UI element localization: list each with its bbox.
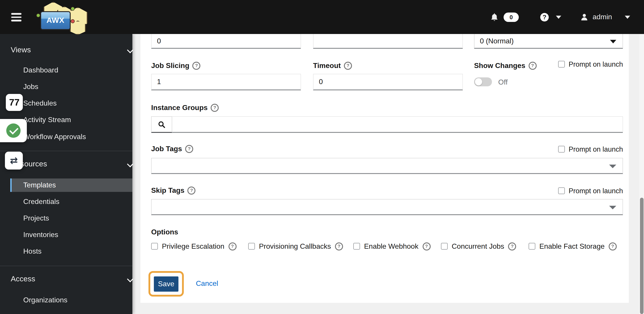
- job-tags-label: Job Tags: [151, 145, 193, 153]
- success-check-overlay: [0, 119, 27, 142]
- help-circle-icon[interactable]: [422, 242, 430, 250]
- verbosity-select[interactable]: 0 (Normal): [474, 34, 623, 49]
- swap-arrows-overlay: ⇄: [5, 152, 23, 170]
- vertical-scrollbar-track[interactable]: [639, 34, 644, 314]
- option-provisioning-callbacks: Provisioning Callbacks: [248, 242, 343, 250]
- user-icon[interactable]: [580, 13, 588, 21]
- help-circle-icon[interactable]: [188, 186, 196, 194]
- sidebar-item-organizations[interactable]: Organizations: [0, 292, 156, 308]
- help-circle-icon[interactable]: [228, 242, 236, 250]
- option-privilege-escalation: Privilege Escalation: [151, 242, 236, 250]
- success-check-icon: [6, 124, 20, 138]
- timeout-label: Timeout: [313, 62, 352, 70]
- prompt-checkbox[interactable]: [558, 188, 564, 194]
- caret-down-icon: [609, 206, 616, 209]
- username-label[interactable]: admin: [592, 13, 612, 21]
- green-dot: [36, 14, 40, 18]
- skip-tags-label: Skip Tags: [151, 186, 196, 194]
- concurrent-jobs-checkbox[interactable]: [441, 243, 448, 250]
- chevron-down-icon: [127, 47, 133, 53]
- awx-app: AWX 0 ? admin Views Dashboard Jobs Sched: [0, 0, 644, 314]
- sidebar-item-jobs[interactable]: Jobs: [0, 79, 156, 95]
- save-button[interactable]: Save: [154, 276, 178, 292]
- help-circle-icon[interactable]: [192, 62, 200, 70]
- job-tags-select[interactable]: [151, 158, 623, 174]
- sidebar-section-views[interactable]: Views: [0, 42, 143, 58]
- prompt-checkbox[interactable]: [558, 61, 564, 68]
- sidebar-item-schedules[interactable]: Schedules: [0, 95, 156, 112]
- prompt-checkbox[interactable]: [558, 146, 564, 152]
- logo-text: AWX: [46, 16, 64, 25]
- skip-tags-select[interactable]: [151, 199, 623, 215]
- prompt-on-launch-option: Prompt on launch: [558, 187, 623, 194]
- help-icon[interactable]: ?: [540, 13, 549, 21]
- prompt-on-launch-option: Prompt on launch: [558, 60, 623, 68]
- help-circle-icon[interactable]: [335, 242, 343, 250]
- help-circle-icon[interactable]: [508, 242, 516, 250]
- sidebar-item-credentials[interactable]: Credentials: [0, 194, 156, 210]
- show-changes-label: Show Changes: [474, 62, 536, 70]
- sidebar-divider: [0, 266, 132, 266]
- awx-logo: AWX: [36, 1, 92, 33]
- awx-monitor-badge: AWX: [40, 11, 71, 30]
- chevron-down-icon: [127, 276, 133, 282]
- sidebar-item-templates[interactable]: Templates: [10, 178, 132, 192]
- notification-count-badge[interactable]: 0: [504, 12, 519, 22]
- top-navbar: AWX 0 ? admin: [0, 0, 644, 34]
- option-concurrent-jobs: Concurrent Jobs: [441, 242, 516, 250]
- help-circle-icon[interactable]: [185, 145, 193, 153]
- show-changes-toggle[interactable]: [474, 78, 492, 86]
- bell-icon[interactable]: [490, 12, 499, 22]
- vertical-scrollbar-thumb[interactable]: [640, 198, 643, 314]
- help-caret-down-icon[interactable]: [556, 16, 561, 18]
- swap-arrows-icon: ⇄: [10, 155, 18, 166]
- help-circle-icon[interactable]: [528, 62, 536, 70]
- instance-groups-input[interactable]: [172, 116, 623, 133]
- help-circle-icon[interactable]: [609, 242, 617, 250]
- sidebar-item-projects[interactable]: Projects: [0, 210, 156, 226]
- option-enable-webhook: Enable Webhook: [353, 242, 430, 250]
- instance-groups-label: Instance Groups: [151, 104, 219, 112]
- sidebar-nav: Views Dashboard Jobs Schedules Activity …: [0, 34, 132, 314]
- forks-input[interactable]: [151, 34, 301, 49]
- show-changes-state: Off: [498, 78, 508, 86]
- help-circle-icon[interactable]: [344, 62, 352, 70]
- enable-webhook-checkbox[interactable]: [353, 243, 360, 250]
- enable-fact-storage-checkbox[interactable]: [528, 243, 535, 250]
- nav-toggle-icon[interactable]: [11, 13, 22, 22]
- help-circle-icon[interactable]: [211, 104, 219, 112]
- header-actions: 0 ? admin: [490, 0, 630, 34]
- job-slicing-label: Job Slicing: [151, 62, 200, 70]
- search-icon: [158, 120, 166, 128]
- red-dot: [71, 19, 75, 23]
- sidebar-section-access[interactable]: Access: [0, 271, 143, 287]
- caret-down-icon: [609, 164, 616, 168]
- job-slicing-input[interactable]: [151, 74, 301, 90]
- chevron-down-icon: [127, 161, 133, 167]
- option-enable-fact-storage: Enable Fact Storage: [528, 242, 617, 250]
- prompt-on-launch-option: Prompt on launch: [558, 145, 623, 153]
- job-template-form: 0 (Normal) Job Slicing Timeout Show Chan…: [140, 34, 629, 303]
- sidebar-divider: [0, 151, 132, 151]
- caret-down-icon: [610, 40, 616, 43]
- sidebar-item-dashboard[interactable]: Dashboard: [0, 62, 156, 78]
- green-dot: [71, 7, 75, 11]
- timeout-input[interactable]: [313, 74, 463, 90]
- user-caret-down-icon[interactable]: [624, 16, 630, 18]
- sidebar-item-inventories[interactable]: Inventories: [0, 227, 156, 243]
- instance-groups-field: [151, 116, 623, 133]
- limit-input[interactable]: [313, 34, 463, 49]
- provisioning-callbacks-checkbox[interactable]: [248, 243, 255, 250]
- count-badge-overlay: 77: [6, 94, 23, 111]
- cancel-button[interactable]: Cancel: [196, 280, 218, 288]
- sidebar-item-hosts[interactable]: Hosts: [0, 243, 156, 260]
